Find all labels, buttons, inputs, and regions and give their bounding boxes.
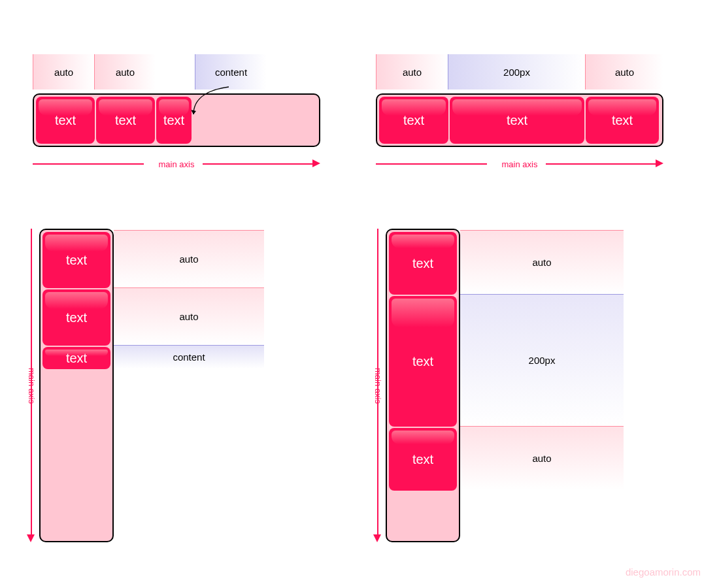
diagram-column-auto-content: main axis text text text auto auto conte… bbox=[39, 229, 264, 542]
main-axis-arrow: main axis bbox=[33, 156, 320, 172]
axis-label: main axis bbox=[27, 364, 37, 408]
arrow-head-icon bbox=[373, 534, 381, 542]
flex-item: text bbox=[42, 289, 110, 346]
flex-item-label: text bbox=[612, 113, 633, 128]
flex-item-label: text bbox=[66, 253, 87, 268]
flex-container: text text text bbox=[386, 229, 460, 542]
flex-item: text bbox=[389, 232, 457, 295]
flex-item: text bbox=[389, 428, 457, 491]
size-labels-row: auto auto content bbox=[33, 54, 320, 90]
arrow-head-icon bbox=[312, 159, 320, 167]
flex-item-label: text bbox=[66, 351, 87, 366]
size-label-auto: auto bbox=[460, 230, 624, 294]
axis-label: main axis bbox=[373, 364, 383, 408]
flex-item: text bbox=[96, 97, 155, 144]
size-label-fixed: 200px bbox=[460, 294, 624, 426]
size-label-content: content bbox=[195, 54, 267, 90]
flex-item: text bbox=[586, 97, 659, 144]
size-label-fixed: 200px bbox=[448, 54, 585, 90]
size-label-content: content bbox=[114, 345, 264, 368]
flex-item: text bbox=[42, 232, 110, 288]
arrow-head-icon bbox=[656, 159, 663, 167]
main-axis-arrow: main axis bbox=[376, 156, 663, 172]
diagram-column-fixed: main axis text text text auto 200px auto bbox=[386, 229, 624, 542]
flex-item: text bbox=[36, 97, 95, 144]
axis-label: main axis bbox=[159, 159, 195, 169]
flex-item-label: text bbox=[412, 354, 433, 369]
flex-item: text bbox=[389, 296, 457, 427]
flex-item: text bbox=[156, 97, 192, 144]
diagram-row-auto-content: auto auto content text text text main ax… bbox=[33, 54, 320, 172]
flex-item-label: text bbox=[163, 113, 184, 128]
arrow-head-icon bbox=[27, 534, 35, 542]
size-label-auto: auto bbox=[33, 54, 94, 90]
size-label-auto: auto bbox=[376, 54, 448, 90]
size-label-auto: auto bbox=[114, 287, 264, 345]
flex-container: text text text bbox=[39, 229, 114, 542]
size-label-auto: auto bbox=[585, 54, 663, 90]
size-labels-column: auto auto content bbox=[114, 230, 264, 542]
axis-label: main axis bbox=[502, 159, 538, 169]
flex-container: text text text bbox=[33, 93, 320, 147]
flex-item: text bbox=[379, 97, 448, 144]
flex-item-label: text bbox=[412, 256, 433, 271]
flex-item-label: text bbox=[55, 113, 76, 128]
size-label-auto: auto bbox=[94, 54, 156, 90]
flex-container: text text text bbox=[376, 93, 663, 147]
size-labels-row: auto 200px auto bbox=[376, 54, 663, 90]
size-label-auto: auto bbox=[114, 230, 264, 287]
flex-item-label: text bbox=[507, 113, 527, 128]
flex-item-label: text bbox=[115, 113, 136, 128]
flex-item: text bbox=[450, 97, 584, 144]
watermark: diegoamorin.com bbox=[626, 566, 701, 578]
main-axis-arrow: main axis bbox=[370, 229, 386, 542]
diagram-row-fixed: auto 200px auto text text text main axis bbox=[376, 54, 663, 172]
size-labels-column: auto 200px auto bbox=[460, 230, 624, 542]
main-axis-arrow: main axis bbox=[24, 229, 39, 542]
size-label-auto: auto bbox=[460, 426, 624, 490]
flex-item: text bbox=[42, 347, 110, 369]
flex-item-label: text bbox=[66, 310, 87, 325]
flex-item-label: text bbox=[412, 452, 433, 467]
flex-item-label: text bbox=[403, 113, 424, 128]
